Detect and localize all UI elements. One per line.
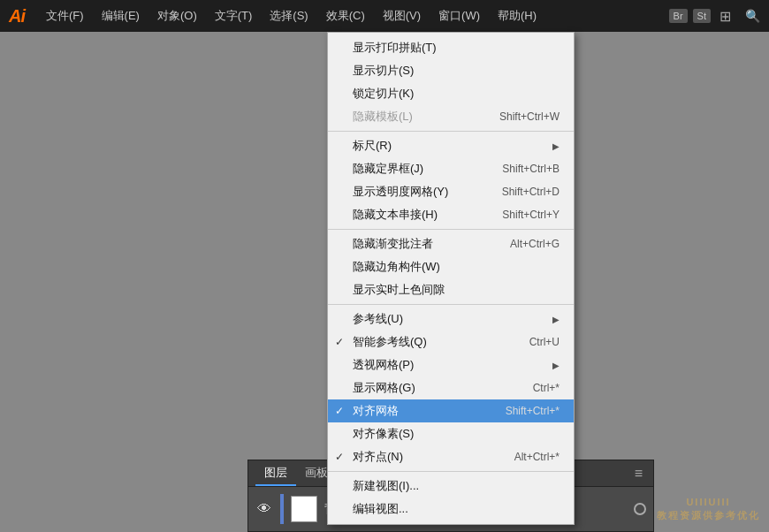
separator-3 <box>328 304 574 305</box>
menu-object[interactable]: 对象(O) <box>148 4 206 27</box>
menu-item-label: 隐藏模板(L) <box>353 109 413 125</box>
menu-item-label: 对齐网格 <box>353 403 399 419</box>
menu-item-label: 对齐像素(S) <box>353 426 414 442</box>
menu-item-hide-corner-widget[interactable]: 隐藏边角构件(W) <box>328 255 574 278</box>
menu-item-hide-template: 隐藏模板(L) Shift+Ctrl+W <box>328 105 574 128</box>
submenu-arrow: ▶ <box>535 315 560 324</box>
submenu-arrow: ▶ <box>535 141 560 151</box>
menu-item-shortcut: Shift+Ctrl+* <box>479 405 560 417</box>
menu-item-label: 显示实时上色间隙 <box>353 282 445 298</box>
menu-bar: Ai 文件(F) 编辑(E) 对象(O) 文字(T) 选择(S) 效果(C) 视… <box>0 0 769 32</box>
menu-item-shortcut: Alt+Ctrl+G <box>483 238 560 250</box>
menu-item-show-grid[interactable]: 显示网格(G) Ctrl+* <box>328 376 574 399</box>
workspace-icon[interactable]: ⊞ <box>716 6 735 27</box>
menu-item-shortcut: Shift+Ctrl+B <box>476 163 560 175</box>
menu-item-label: 标尺(R) <box>353 138 392 154</box>
menu-item-label: 智能参考线(Q) <box>353 334 427 350</box>
layer-target-icon[interactable] <box>634 503 646 515</box>
menu-item-new-view[interactable]: 新建视图(I)... <box>328 475 574 498</box>
menu-item-label: 显示透明度网格(Y) <box>353 184 448 200</box>
menu-item-snap-to-point[interactable]: ✓ 对齐点(N) Alt+Ctrl+* <box>328 445 574 468</box>
menu-item-hide-text-threads[interactable]: 隐藏文本串接(H) Shift+Ctrl+Y <box>328 203 574 226</box>
menu-select[interactable]: 选择(S) <box>261 4 316 27</box>
app-logo: Ai <box>4 4 30 28</box>
tab-layers[interactable]: 图层 <box>255 461 296 486</box>
submenu-arrow: ▶ <box>535 361 560 370</box>
layer-visibility-icon[interactable]: 👁 <box>255 501 273 517</box>
menu-item-label: 对齐点(N) <box>353 449 403 465</box>
menu-item-label: 隐藏定界框(J) <box>353 161 423 177</box>
menu-effect[interactable]: 效果(C) <box>317 4 374 27</box>
menu-item-show-print-tiling[interactable]: 显示打印拼贴(T) <box>328 36 574 59</box>
menu-item-label: 编辑视图... <box>353 501 408 517</box>
menu-help[interactable]: 帮助(H) <box>489 4 545 27</box>
menu-item-show-slices[interactable]: 显示切片(S) <box>328 59 574 82</box>
checkmark-icon: ✓ <box>335 405 344 417</box>
menu-item-label: 锁定切片(K) <box>353 86 414 102</box>
watermark-line2: 教程资源供参考优化 <box>657 509 760 521</box>
watermark: UIIIUIII 教程资源供参考优化 <box>657 496 760 521</box>
checkmark-icon: ✓ <box>335 451 344 463</box>
checkmark-icon: ✓ <box>335 336 344 348</box>
menu-item-shortcut: Ctrl+* <box>506 382 560 394</box>
menu-item-hide-bounding-box[interactable]: 隐藏定界框(J) Shift+Ctrl+B <box>328 157 574 180</box>
menu-edit[interactable]: 编辑(E) <box>93 4 148 27</box>
menu-item-hide-gradient-annotator[interactable]: 隐藏渐变批注者 Alt+Ctrl+G <box>328 232 574 255</box>
menu-item-snap-to-grid[interactable]: ✓ 对齐网格 Shift+Ctrl+* <box>328 399 574 422</box>
layer-color-indicator <box>280 494 284 524</box>
bridge-icon[interactable]: Br <box>669 9 688 23</box>
watermark-line1: UIIIUIII <box>657 496 760 508</box>
separator-4 <box>328 471 574 472</box>
menu-item-label: 隐藏文本串接(H) <box>353 207 438 223</box>
panel-menu-icon[interactable]: ≡ <box>631 466 646 482</box>
menu-item-perspective-grid[interactable]: 透视网格(P) ▶ <box>328 353 574 376</box>
menu-item-label: 隐藏渐变批注者 <box>353 236 433 252</box>
menu-item-rulers[interactable]: 标尺(R) ▶ <box>328 134 574 157</box>
layer-thumbnail <box>291 496 317 522</box>
menu-item-show-transparency-grid[interactable]: 显示透明度网格(Y) Shift+Ctrl+D <box>328 180 574 203</box>
separator-1 <box>328 131 574 132</box>
menu-item-label: 透视网格(P) <box>353 357 414 373</box>
menu-window[interactable]: 窗口(W) <box>430 4 489 27</box>
menu-item-shortcut: Alt+Ctrl+* <box>488 451 560 463</box>
menu-view[interactable]: 视图(V) <box>374 4 430 27</box>
separator-2 <box>328 229 574 230</box>
menu-item-guides[interactable]: 参考线(U) ▶ <box>328 308 574 331</box>
menu-item-shortcut: Shift+Ctrl+W <box>473 110 560 123</box>
menu-item-shortcut: Shift+Ctrl+Y <box>476 209 560 221</box>
canvas-area: 显示打印拼贴(T) 显示切片(S) 锁定切片(K) 隐藏模板(L) Shift+… <box>0 32 769 532</box>
menu-item-shortcut: Shift+Ctrl+D <box>476 186 560 198</box>
menu-item-label: 显示打印拼贴(T) <box>353 40 437 56</box>
menu-item-show-live-paint-gap[interactable]: 显示实时上色间隙 <box>328 278 574 301</box>
menu-item-lock-slices[interactable]: 锁定切片(K) <box>328 82 574 105</box>
menu-item-shortcut: Ctrl+U <box>503 336 560 348</box>
menu-bar-items: 文件(F) 编辑(E) 对象(O) 文字(T) 选择(S) 效果(C) 视图(V… <box>37 4 545 27</box>
menu-item-label: 参考线(U) <box>353 311 403 327</box>
menu-item-snap-to-pixel[interactable]: 对齐像素(S) <box>328 422 574 445</box>
menu-item-label: 新建视图(I)... <box>353 478 419 494</box>
menu-bar-right: Br St ⊞ 🔍 <box>669 6 765 27</box>
menu-file[interactable]: 文件(F) <box>37 4 93 27</box>
view-dropdown-menu: 显示打印拼贴(T) 显示切片(S) 锁定切片(K) 隐藏模板(L) Shift+… <box>327 32 575 525</box>
menu-item-label: 显示切片(S) <box>353 63 414 79</box>
search-icon[interactable]: 🔍 <box>740 7 765 25</box>
stock-icon[interactable]: St <box>693 9 711 23</box>
menu-item-label: 隐藏边角构件(W) <box>353 259 440 275</box>
menu-text[interactable]: 文字(T) <box>206 4 262 27</box>
menu-item-edit-view[interactable]: 编辑视图... <box>328 498 574 521</box>
menu-item-smart-guides[interactable]: ✓ 智能参考线(Q) Ctrl+U <box>328 331 574 353</box>
menu-item-label: 显示网格(G) <box>353 380 415 396</box>
